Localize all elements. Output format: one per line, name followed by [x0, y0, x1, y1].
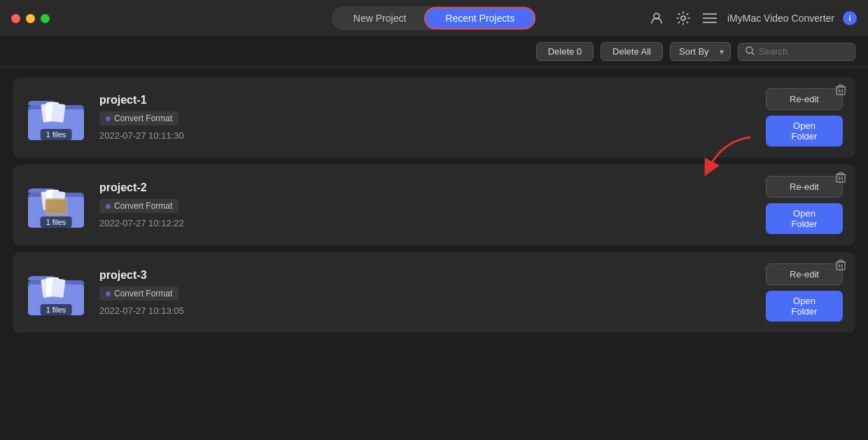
- app-logo: i: [843, 11, 857, 25]
- project-info-3: project-3 Convert Format 2022-07-27 10:1…: [99, 269, 753, 317]
- titlebar: New Project Recent Projects iMyMac Video…: [0, 0, 868, 36]
- account-icon[interactable]: [648, 9, 666, 27]
- toolbar: Delete 0 Delete All Sort By Name Date Si…: [0, 36, 868, 67]
- minimize-button[interactable]: [26, 14, 35, 23]
- convert-badge-2: Convert Format: [99, 199, 178, 213]
- reedit-button-3[interactable]: Re-edit: [766, 263, 843, 285]
- folder-icon-1: 1 files: [25, 92, 87, 143]
- convert-label-3: Convert Format: [114, 289, 172, 298]
- folder-icon-2: 1 files: [25, 180, 87, 231]
- svg-rect-23: [46, 200, 66, 212]
- search-box: [738, 43, 855, 61]
- content-area: 1 files project-1 Convert Format 2022-07…: [0, 67, 868, 343]
- svg-rect-12: [836, 87, 845, 95]
- card-actions-3: Re-edit Open Folder: [766, 263, 843, 322]
- new-project-button[interactable]: New Project: [334, 8, 426, 28]
- project-info-1: project-1 Convert Format 2022-07-27 10:1…: [99, 94, 753, 142]
- delete-icon-1[interactable]: [836, 84, 846, 97]
- close-button[interactable]: [11, 14, 20, 23]
- svg-rect-11: [50, 103, 65, 123]
- project-card-2: 1 files project-2 Convert Format 2022-07…: [13, 165, 855, 245]
- reedit-button-2[interactable]: Re-edit: [766, 176, 843, 198]
- sort-select[interactable]: Sort By Name Date Size: [670, 42, 731, 61]
- delete-all-button[interactable]: Delete All: [601, 42, 663, 61]
- svg-point-1: [681, 16, 685, 20]
- project-card-3: 1 files project-3 Convert Format 2022-07…: [13, 252, 855, 333]
- convert-label-2: Convert Format: [114, 201, 172, 211]
- open-folder-button-2[interactable]: Open Folder: [766, 203, 843, 234]
- file-count-2: 1 files: [41, 216, 72, 228]
- project-info-2: project-2 Convert Format 2022-07-27 10:1…: [99, 181, 753, 229]
- project-date-1: 2022-07-27 10:11:30: [99, 130, 753, 141]
- search-input[interactable]: [759, 46, 848, 57]
- svg-rect-32: [50, 278, 65, 298]
- card-actions-2: Re-edit Open Folder: [766, 176, 843, 234]
- svg-rect-33: [836, 262, 845, 270]
- delete-count-button[interactable]: Delete 0: [536, 42, 594, 61]
- settings-icon[interactable]: [674, 9, 692, 27]
- app-title: iMyMac Video Converter: [727, 13, 834, 24]
- search-icon: [746, 46, 755, 57]
- project-date-3: 2022-07-27 10:13:05: [99, 305, 753, 316]
- svg-rect-24: [836, 174, 845, 182]
- project-card-1: 1 files project-1 Convert Format 2022-07…: [13, 77, 855, 158]
- project-date-2: 2022-07-27 10:12:22: [99, 218, 753, 228]
- menu-icon[interactable]: [701, 9, 719, 27]
- sort-wrapper: Sort By Name Date Size: [670, 42, 731, 61]
- maximize-button[interactable]: [41, 14, 50, 23]
- app-title-area: iMyMac Video Converter i: [648, 9, 857, 27]
- convert-dot-2: [106, 204, 111, 209]
- convert-label-1: Convert Format: [114, 114, 172, 123]
- traffic-lights: [11, 14, 50, 23]
- folder-icon-3: 1 files: [25, 268, 87, 318]
- card-actions-1: Re-edit Open Folder: [766, 88, 843, 146]
- project-name-1: project-1: [99, 94, 753, 106]
- file-count-1: 1 files: [41, 129, 72, 140]
- svg-line-6: [752, 53, 755, 55]
- convert-badge-1: Convert Format: [99, 111, 178, 125]
- nav-buttons: New Project Recent Projects: [332, 6, 536, 30]
- open-folder-button-1[interactable]: Open Folder: [766, 116, 843, 146]
- convert-dot-3: [106, 291, 111, 296]
- recent-projects-button[interactable]: Recent Projects: [426, 8, 534, 28]
- open-folder-button-3[interactable]: Open Folder: [766, 291, 843, 322]
- convert-badge-3: Convert Format: [99, 287, 178, 301]
- delete-icon-3[interactable]: [836, 259, 846, 273]
- project-name-2: project-2: [99, 181, 753, 194]
- reedit-button-1[interactable]: Re-edit: [766, 88, 843, 110]
- file-count-3: 1 files: [41, 304, 72, 315]
- convert-dot-1: [106, 116, 111, 121]
- delete-icon-2[interactable]: [836, 172, 846, 185]
- project-name-3: project-3: [99, 269, 753, 282]
